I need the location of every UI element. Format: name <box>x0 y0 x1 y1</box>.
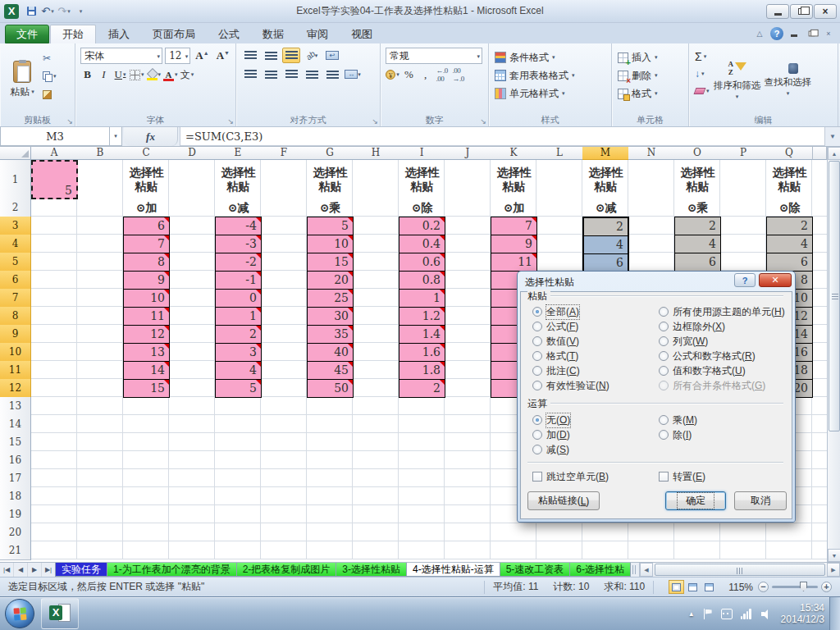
tab-page-layout[interactable]: 页面布局 <box>141 25 207 43</box>
cell-E8[interactable]: 1 <box>216 308 261 326</box>
cell-O2[interactable]: ⊙乘 <box>674 199 721 217</box>
italic-button[interactable]: I <box>97 67 111 82</box>
cell-G2[interactable]: ⊙乘 <box>307 199 354 217</box>
row-header-19[interactable]: 19 <box>0 505 31 524</box>
undo-button[interactable]: ↶▾ <box>40 3 55 20</box>
zoom-in-button[interactable]: + <box>821 582 832 592</box>
cell-I9[interactable]: 1.4 <box>399 326 445 344</box>
format-as-table-button[interactable]: 套用表格格式▾ <box>492 66 608 84</box>
column-header-O[interactable]: O <box>674 147 721 160</box>
cell-E4[interactable]: -3 <box>216 235 261 253</box>
row-header-4[interactable]: 4 <box>0 235 31 253</box>
cell-I2[interactable]: ⊙除 <box>399 199 445 217</box>
cell-I6[interactable]: 0.8 <box>399 272 445 290</box>
row-header-3[interactable]: 3 <box>0 217 31 235</box>
scroll-left-button[interactable]: ◀ <box>640 563 653 577</box>
align-middle-button[interactable] <box>262 48 280 63</box>
cell-E11[interactable]: 4 <box>216 362 261 380</box>
cell-E1[interactable]: 选择性粘贴 <box>215 160 262 199</box>
cell-G6[interactable]: 20 <box>308 272 353 290</box>
cell-K1[interactable]: 选择性粘贴 <box>491 160 537 199</box>
scroll-down-button[interactable]: ▼ <box>828 549 840 562</box>
align-bottom-button[interactable] <box>282 48 300 63</box>
operation-option-left-3[interactable]: 减(S) <box>532 443 569 456</box>
copy-button[interactable]: ▾ <box>41 69 61 84</box>
decrease-decimal-button[interactable]: .00→.0 <box>451 67 465 82</box>
minimize-button[interactable] <box>766 4 789 19</box>
redo-button[interactable]: ↷▾ <box>57 3 71 20</box>
autosum-button[interactable]: Σ▾ <box>692 49 712 64</box>
sheet-tab-1[interactable]: 实验任务 <box>55 563 107 577</box>
paste-link-button[interactable]: 粘贴链接(L) <box>527 491 600 510</box>
next-sheet-button[interactable]: ▶ <box>28 563 42 577</box>
row-header-15[interactable]: 15 <box>0 433 31 452</box>
column-header-C[interactable]: C <box>123 147 170 160</box>
cell-M1[interactable]: 选择性粘贴 <box>582 160 629 199</box>
column-header-N[interactable]: N <box>628 147 675 160</box>
cut-button[interactable]: ✂ <box>41 51 61 66</box>
paste-option-left-5[interactable]: 批注(C) <box>532 364 580 377</box>
font-dialog-launcher[interactable]: ↘ <box>227 117 234 126</box>
row-header-8[interactable]: 8 <box>0 307 31 326</box>
cell-C8[interactable]: 11 <box>124 308 169 326</box>
column-header-K[interactable]: K <box>491 147 537 160</box>
cell-C1[interactable]: 选择性粘贴 <box>123 160 170 199</box>
font-size-select[interactable]: 12▾ <box>165 48 190 64</box>
checkbox-option-1[interactable]: 跳过空单元(B) <box>532 470 609 483</box>
cancel-button[interactable]: 取消 <box>734 491 787 510</box>
workbook-minimize-button[interactable] <box>788 28 801 40</box>
row-header-7[interactable]: 7 <box>0 289 31 308</box>
cell-G12[interactable]: 50 <box>308 380 353 398</box>
row-header-16[interactable]: 16 <box>0 451 31 470</box>
clipboard-dialog-launcher[interactable]: ↘ <box>66 117 73 126</box>
align-center-button[interactable] <box>262 66 280 82</box>
cell-M4[interactable]: 4 <box>584 236 628 254</box>
merge-center-button[interactable]: ↔▾ <box>344 66 362 82</box>
volume-icon[interactable] <box>761 609 773 619</box>
cell-I1[interactable]: 选择性粘贴 <box>399 160 445 199</box>
tab-home[interactable]: 开始 <box>50 25 96 43</box>
font-color-button[interactable]: A▾ <box>163 67 178 82</box>
row-header-6[interactable]: 6 <box>0 271 31 290</box>
page-break-view-button[interactable] <box>701 580 717 594</box>
cell-I12[interactable]: 2 <box>399 380 445 398</box>
row-header-12[interactable]: 12 <box>0 379 31 398</box>
cell-Q3[interactable]: 2 <box>767 217 812 235</box>
cell-G8[interactable]: 30 <box>308 308 353 326</box>
workbook-close-button[interactable]: × <box>822 28 835 40</box>
cell-Q4[interactable]: 4 <box>767 235 812 253</box>
zoom-slider-track[interactable] <box>772 586 818 588</box>
cell-E6[interactable]: -1 <box>216 272 261 290</box>
row-header-2[interactable]: 2 <box>0 199 31 217</box>
row-header-13[interactable]: 13 <box>0 397 31 416</box>
cell-E5[interactable]: -2 <box>216 253 261 272</box>
collapse-ribbon-button[interactable]: △ <box>753 28 766 40</box>
operation-option-left-1[interactable]: 无(O) <box>532 413 570 427</box>
cell-I4[interactable]: 0.4 <box>399 235 445 253</box>
insert-function-button[interactable]: fx <box>124 127 178 146</box>
cell-M2[interactable]: ⊙减 <box>582 199 629 217</box>
cell-C3[interactable]: 6 <box>124 217 169 235</box>
save-button[interactable] <box>24 3 39 20</box>
scroll-up-button[interactable]: ▲ <box>828 147 840 160</box>
help-button[interactable]: ? <box>770 27 783 40</box>
horizontal-scroll-thumb[interactable] <box>655 564 825 576</box>
column-header-Q[interactable]: Q <box>766 147 813 160</box>
fill-button[interactable]: ↓▾ <box>692 66 712 81</box>
cell-C11[interactable]: 14 <box>124 362 169 380</box>
insert-cells-button[interactable]: 插入▾ <box>615 48 685 66</box>
row-header-9[interactable]: 9 <box>0 325 31 344</box>
comma-style-button[interactable]: , <box>418 67 432 82</box>
cell-G9[interactable]: 35 <box>308 326 353 344</box>
format-painter-button[interactable] <box>41 87 61 102</box>
column-header-G[interactable]: G <box>307 147 354 160</box>
cell-G10[interactable]: 40 <box>308 344 353 362</box>
cell-K5[interactable]: 11 <box>491 253 536 272</box>
row-header-17[interactable]: 17 <box>0 469 31 488</box>
decrease-indent-button[interactable] <box>303 66 321 82</box>
taskbar-excel-button[interactable]: X <box>41 598 79 629</box>
row-header-18[interactable]: 18 <box>0 487 31 506</box>
tab-formulas[interactable]: 公式 <box>207 25 251 43</box>
increase-decimal-button[interactable]: ←.0.00 <box>435 67 449 82</box>
cell-I11[interactable]: 1.8 <box>399 362 445 380</box>
